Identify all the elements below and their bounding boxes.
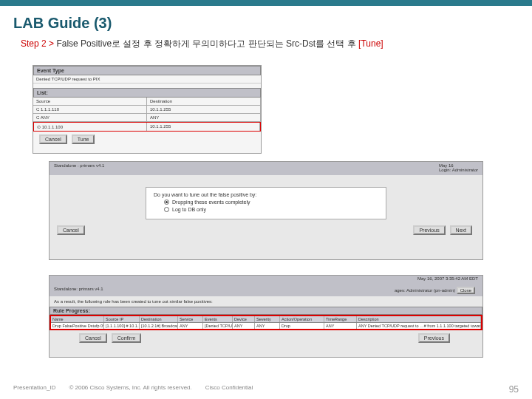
- top-bar: [0, 0, 532, 6]
- event-type-header: Event Type: [33, 66, 261, 75]
- col-dest: Destination: [147, 98, 261, 105]
- list-header: List:: [33, 88, 261, 98]
- list-row-selected[interactable]: ⊙ 10.1.1.10010.1.1.255: [33, 122, 261, 132]
- previous-button[interactable]: Previous: [413, 225, 445, 235]
- cancel-button[interactable]: Cancel: [39, 134, 67, 144]
- previous-button[interactable]: Previous: [418, 333, 450, 343]
- confirm-button[interactable]: Confirm: [112, 333, 142, 343]
- screenshot-event-list: Event Type Denied TCP/UDP request to PIX…: [33, 65, 262, 154]
- step-text: False Positive로 설정 후 정확하게 무의미하다고 판단되는 Sr…: [56, 38, 358, 49]
- presentation-id: Presentation_ID: [13, 384, 55, 395]
- cancel-button[interactable]: Cancel: [79, 333, 107, 343]
- col-headers: Source Destination: [33, 98, 261, 106]
- col-source: Source: [33, 98, 147, 105]
- radio-icon: [164, 207, 169, 212]
- screenshot-result: May 16, 2007 3:35:42 AM EDT Standalone: …: [49, 275, 483, 358]
- step-line: Step 2 > False Positive로 설정 후 정확하게 무의미하다…: [0, 38, 532, 56]
- dialog-buttons: Cancel Previous Next: [50, 222, 482, 236]
- rule-progress-label: Rule Progress:: [50, 307, 482, 315]
- page-number: 95: [509, 384, 519, 395]
- result-header2: Standalone: primars v4.1 ages: Administr…: [50, 286, 482, 296]
- page-title: LAB Guide (3): [0, 6, 532, 38]
- list-row[interactable]: C 1.1.1.11010.1.1.255: [33, 106, 261, 114]
- list-row[interactable]: C ANYANY: [33, 114, 261, 122]
- dialog-question: Do you want to tune out the false positi…: [154, 192, 378, 197]
- button-row: Cancel Tune: [33, 132, 261, 147]
- result-header: May 16, 2007 3:35:42 AM EDT: [50, 276, 482, 286]
- tune-link: [Tune]: [358, 38, 383, 49]
- screenshot-tune-dialog: Standalone : primars v4.1 May 16Login: A…: [49, 161, 483, 260]
- tune-button[interactable]: Tune: [72, 134, 95, 144]
- result-buttons: Cancel Confirm Previous: [50, 330, 482, 343]
- radio-log[interactable]: Log to DB only: [164, 207, 378, 212]
- radio-drop[interactable]: Dropping these events completely: [164, 200, 378, 205]
- table-row: Drop FalsePositive Dstofp 05.11-039:15:4…: [51, 323, 481, 329]
- footer: Presentation_ID © 2006 Cisco Systems, In…: [0, 384, 532, 395]
- close-button[interactable]: Close: [457, 287, 475, 294]
- rule-table: Name Source IP Destination Service Event…: [50, 315, 482, 330]
- next-button[interactable]: Next: [450, 225, 472, 235]
- cancel-button[interactable]: Cancel: [57, 225, 85, 235]
- copyright: © 2006 Cisco Systems, Inc. All rights re…: [69, 384, 191, 395]
- result-text: As a result, the following rule has been…: [50, 296, 482, 307]
- radio-icon: [164, 200, 169, 205]
- table-header: Name Source IP Destination Service Event…: [51, 316, 481, 323]
- event-row: Denied TCP/UDP request to PIX: [33, 75, 261, 83]
- step-label: Step 2 >: [21, 38, 56, 49]
- dialog-body: Do you want to tune out the false positi…: [146, 187, 386, 219]
- dialog-header: Standalone : primars v4.1 May 16Login: A…: [50, 162, 482, 175]
- confidential: Cisco Confidential: [205, 384, 253, 395]
